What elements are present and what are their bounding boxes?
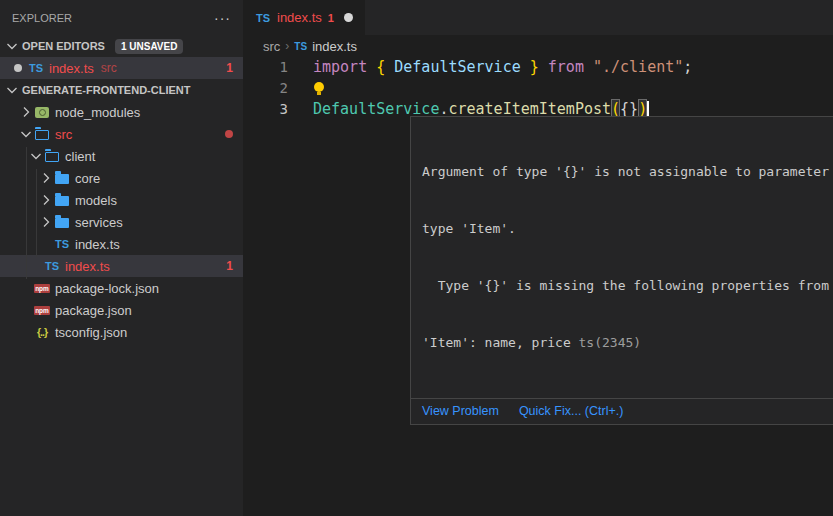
quick-fix-link[interactable]: Quick Fix... (Ctrl+.) — [519, 404, 624, 418]
folder-open-icon — [45, 152, 59, 162]
breadcrumb-item-index-ts[interactable]: index.ts — [312, 39, 357, 54]
tab-bar: TS index.ts 1 — [243, 0, 833, 35]
explorer-title: EXPLORER — [12, 12, 72, 24]
typescript-file-icon: TS — [54, 238, 70, 250]
explorer-sidebar: EXPLORER ··· OPEN EDITORS 1 UNSAVED TS i… — [0, 0, 243, 516]
tree-item-tsconfig-json[interactable]: {..} tsconfig.json — [0, 321, 243, 343]
chevron-right-icon — [38, 170, 54, 186]
tree-item-package-json[interactable]: npm package.json — [0, 299, 243, 321]
hover-actions-bar: View Problem Quick Fix... (Ctrl+.) — [411, 398, 833, 424]
open-editor-item-index-ts[interactable]: TS index.ts src 1 — [0, 57, 243, 79]
folder-open-icon — [35, 130, 49, 140]
lightbulb-icon[interactable] — [313, 82, 324, 96]
workspace-label: GENERATE-FRONTEND-CLIENT — [22, 84, 190, 96]
chevron-right-icon — [38, 192, 54, 208]
modified-dot-icon — [14, 64, 22, 72]
error-count-badge: 1 — [226, 61, 233, 75]
editor-group: TS index.ts 1 src › TS index.ts 1 import… — [243, 0, 833, 516]
breadcrumb-item-src[interactable]: src — [263, 39, 280, 54]
chevron-down-icon — [4, 82, 20, 98]
tree-item-node-modules[interactable]: node_modules — [0, 101, 243, 123]
error-count-badge: 1 — [226, 259, 233, 273]
error-code: ts(2345) — [579, 335, 642, 350]
code-editor[interactable]: 1 import { DefaultService } from "./clie… — [243, 57, 833, 120]
vscode-window: EXPLORER ··· OPEN EDITORS 1 UNSAVED TS i… — [0, 0, 833, 516]
chevron-down-icon — [4, 38, 20, 54]
typescript-file-icon: TS — [294, 41, 307, 52]
json-file-icon: {..} — [34, 326, 50, 338]
workspace-section-header[interactable]: GENERATE-FRONTEND-CLIENT — [0, 79, 243, 101]
npm-file-icon: npm — [34, 306, 50, 315]
indent-guide — [36, 169, 37, 257]
typescript-file-icon: TS — [255, 12, 271, 24]
open-editors-label: OPEN EDITORS — [22, 40, 105, 52]
unsaved-count-badge: 1 UNSAVED — [115, 39, 184, 54]
chevron-down-icon — [18, 126, 34, 142]
tab-label: index.ts — [277, 10, 322, 25]
tree-item-package-lock-json[interactable]: npm package-lock.json — [0, 277, 243, 299]
folder-icon — [55, 196, 69, 206]
error-dot-badge — [225, 130, 233, 138]
typescript-file-icon: TS — [44, 260, 60, 272]
tab-error-count: 1 — [328, 12, 334, 24]
line-number: 3 — [243, 99, 288, 120]
line-number: 1 — [243, 57, 288, 78]
code-line-2: 2 — [243, 78, 833, 99]
open-editors-section-header[interactable]: OPEN EDITORS 1 UNSAVED — [0, 35, 243, 57]
line-number: 2 — [243, 78, 288, 99]
folder-icon — [55, 174, 69, 184]
view-problem-link[interactable]: View Problem — [422, 404, 499, 418]
tab-index-ts[interactable]: TS index.ts 1 — [243, 0, 365, 35]
typescript-file-icon: TS — [28, 62, 44, 74]
error-message: Argument of type '{}' is not assignable … — [411, 117, 833, 398]
chevron-right-icon — [38, 214, 54, 230]
breadcrumb-separator-icon: › — [285, 39, 289, 53]
breadcrumb: src › TS index.ts — [243, 35, 357, 57]
open-editor-filename: index.ts — [49, 61, 94, 76]
chevron-down-icon — [28, 148, 44, 164]
open-editor-description: src — [101, 61, 117, 75]
indent-guide — [26, 147, 27, 279]
folder-icon — [55, 218, 69, 228]
explorer-header: EXPLORER ··· — [0, 0, 243, 35]
tree-item-src[interactable]: src — [0, 123, 243, 145]
code-line-1: 1 import { DefaultService } from "./clie… — [243, 57, 833, 78]
npm-file-icon: npm — [34, 284, 50, 293]
more-actions-icon[interactable]: ··· — [214, 10, 231, 26]
tree-item-client[interactable]: client — [0, 145, 243, 167]
modified-dot-icon[interactable] — [344, 13, 353, 22]
chevron-right-icon — [18, 104, 34, 120]
tree-item-src-index-ts[interactable]: TS index.ts 1 — [0, 255, 243, 277]
error-hover-tooltip: Argument of type '{}' is not assignable … — [410, 116, 833, 425]
node-modules-folder-icon — [35, 107, 49, 118]
